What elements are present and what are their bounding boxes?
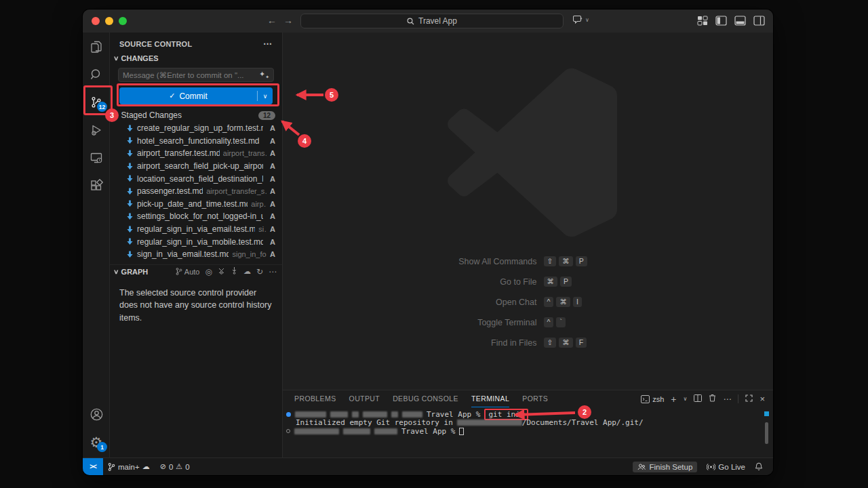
file-path: si… (258, 225, 267, 233)
finish-setup-button[interactable]: Finish Setup (633, 462, 697, 472)
redacted-text (343, 428, 370, 434)
tab-ports[interactable]: PORTS (522, 390, 548, 407)
push-cloud-icon[interactable]: ☁ (243, 267, 251, 276)
forward-icon[interactable]: → (283, 15, 293, 26)
customize-layout-icon[interactable] (697, 16, 708, 26)
go-live-button[interactable]: Go Live (702, 458, 750, 475)
keycap: ^ (544, 317, 554, 327)
title-bar: ← → Travel App ∨ (83, 9, 773, 33)
zoom-window-button[interactable] (119, 17, 127, 25)
close-panel-icon[interactable]: × (760, 394, 765, 404)
file-row[interactable]: regular_sign_in_via_email.test.mdsi…A (110, 223, 282, 236)
shell-label: zsh (652, 395, 664, 403)
file-row[interactable]: sign_in_via_email.test.mdsign_in_fo…A (110, 248, 282, 261)
tab-debug-console[interactable]: DEBUG CONSOLE (393, 390, 458, 407)
commit-message-input[interactable]: Message (⌘Enter to commit on "... ✦✦ (118, 68, 274, 82)
keycap: ⌘ (559, 338, 573, 348)
file-status-badge: A (270, 124, 275, 132)
sidebar-title: SOURCE CONTROL (119, 40, 192, 48)
notifications-bell-icon[interactable] (750, 458, 768, 475)
window-controls[interactable] (92, 17, 127, 25)
file-status-badge: A (270, 187, 275, 195)
fetch-icon[interactable] (218, 267, 225, 277)
divider (738, 394, 738, 403)
file-status-badge: A (270, 200, 275, 208)
search-view-icon[interactable] (83, 60, 110, 88)
commit-button[interactable]: ✓ Commit ∨ (119, 87, 273, 104)
toggle-secondary-sidebar-icon[interactable] (753, 16, 765, 26)
redacted-text (457, 420, 522, 426)
broadcast-icon (707, 463, 715, 471)
markdown-file-icon (126, 226, 134, 233)
new-terminal-icon[interactable]: + (671, 394, 676, 405)
graph-auto-button[interactable]: Auto (176, 268, 200, 276)
warning-count: 0 (185, 463, 189, 471)
changes-section-header[interactable]: ∨ CHANGES (110, 52, 282, 64)
graph-section-header[interactable]: ∨ GRAPH Auto ◎ ☁ ↻ ⋯ (110, 264, 282, 279)
kill-terminal-icon[interactable] (709, 394, 716, 404)
problems-status-item[interactable]: ⊘ 0 ⚠ 0 (155, 462, 195, 471)
toggle-panel-icon[interactable] (734, 16, 746, 26)
more-actions-icon[interactable]: ⋯ (263, 39, 273, 49)
file-row[interactable]: regular_sign_in_via_mobile.test.md…A (110, 235, 282, 248)
close-window-button[interactable] (92, 17, 100, 25)
sparkle-icon[interactable]: ✦✦ (259, 70, 269, 80)
accounts-icon[interactable] (83, 401, 110, 428)
extensions-icon[interactable] (83, 171, 110, 199)
file-status-badge: A (270, 225, 275, 233)
branch-status-item[interactable]: main+ ☁ (103, 458, 155, 475)
redacted-text (363, 411, 387, 418)
warning-icon: ⚠ (176, 462, 182, 471)
file-row[interactable]: hotel_search_functionality.test.mdA (110, 135, 282, 148)
maximize-panel-icon[interactable] (745, 394, 753, 404)
file-row[interactable]: pick-up_date_and_time.test.mdairp…A (110, 198, 282, 211)
terminal-scrollbar[interactable] (765, 422, 768, 444)
toggle-primary-sidebar-icon[interactable] (715, 16, 727, 26)
terminal-cursor (459, 428, 464, 435)
terminal-line: Travel App % (286, 427, 760, 435)
target-icon[interactable]: ◎ (205, 267, 212, 277)
commit-dropdown-button[interactable]: ∨ (258, 93, 273, 100)
keycap: P (576, 256, 587, 266)
pull-icon[interactable] (231, 267, 238, 277)
remote-indicator[interactable]: >< (83, 458, 103, 475)
refresh-icon[interactable]: ↻ (256, 267, 263, 277)
split-terminal-icon[interactable] (694, 394, 702, 404)
file-row[interactable]: location_search_field_destination_l…A (110, 172, 282, 185)
chevron-down-icon: ∨ (113, 268, 119, 275)
keycap: P (560, 277, 572, 287)
keycap: I (573, 297, 582, 307)
more-actions-icon[interactable]: ⋯ (723, 394, 731, 404)
keycap: ⌘ (544, 277, 558, 287)
chevron-down-icon[interactable]: ∨ (684, 396, 688, 402)
staged-changes-header[interactable]: ∨ Staged Changes 12 (110, 109, 282, 121)
shell-selector[interactable]: zsh (641, 395, 664, 403)
remote-icon: >< (90, 463, 96, 470)
minimize-window-button[interactable] (105, 17, 113, 25)
file-row[interactable]: airport_search_field_pick-up_airpor…A (110, 160, 282, 173)
staged-file-list: create_regular_sign_up_form.test.mdA hot… (110, 122, 282, 261)
graph-empty-message: The selected source control provider doe… (110, 279, 282, 333)
keycap: ` (556, 317, 566, 327)
tab-output[interactable]: OUTPUT (349, 390, 380, 407)
markdown-file-icon (126, 213, 134, 220)
settings-gear-icon[interactable]: ⚙ 1 (83, 428, 110, 456)
remote-explorer-icon[interactable] (83, 144, 110, 171)
explorer-icon[interactable] (83, 33, 110, 60)
file-status-badge: A (270, 238, 275, 246)
terminal-content[interactable]: Travel App % git init Initialized empty … (286, 410, 760, 436)
source-control-view-icon[interactable]: 12 (83, 88, 110, 116)
command-center-search[interactable]: Travel App (300, 14, 564, 28)
file-row[interactable]: passenger.test.mdairport_transfer_s…A (110, 185, 282, 198)
run-debug-icon[interactable] (83, 116, 110, 144)
copilot-chat-button[interactable]: ∨ (573, 15, 589, 24)
tab-problems[interactable]: PROBLEMS (294, 390, 336, 407)
file-name: airport_transfer.test.md (137, 148, 220, 158)
file-row[interactable]: airport_transfer.test.mdairport_trans…A (110, 147, 282, 160)
file-row[interactable]: create_regular_sign_up_form.test.mdA (110, 122, 282, 135)
markdown-file-icon (126, 251, 134, 258)
more-actions-icon[interactable]: ⋯ (269, 267, 277, 277)
tab-terminal[interactable]: TERMINAL (471, 390, 509, 407)
back-icon[interactable]: ← (267, 15, 277, 26)
file-row[interactable]: settings_block_for_not_logged-in_u…A (110, 210, 282, 223)
